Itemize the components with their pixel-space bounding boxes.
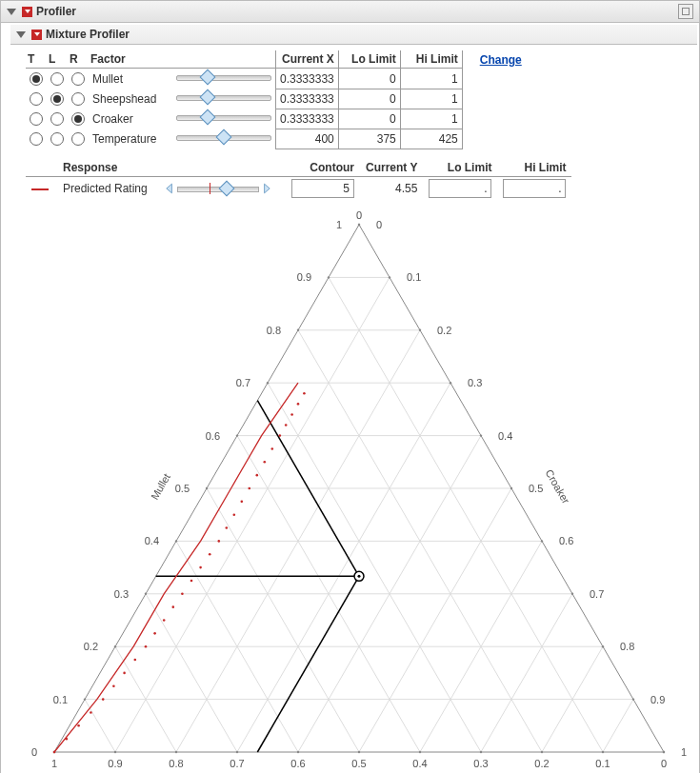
contour-dot xyxy=(153,632,156,635)
profiler-title: Profiler xyxy=(36,5,76,18)
factor-table: T L R Factor Current X Lo Limit Hi Limit… xyxy=(26,50,528,149)
tick-label: 0.9 xyxy=(108,758,122,769)
mixture-menu-icon[interactable] xyxy=(31,30,42,40)
profiler-menu-icon[interactable] xyxy=(22,7,32,17)
tick-mark xyxy=(602,751,604,753)
resp-col-lo: Lo Limit xyxy=(423,159,497,177)
tick-label: 0.8 xyxy=(267,325,281,336)
factor-lo[interactable]: 0 xyxy=(338,89,400,109)
radio-r[interactable] xyxy=(71,112,85,126)
contour-dot xyxy=(285,424,288,426)
radio-l[interactable] xyxy=(50,132,64,146)
tick-label: 0.1 xyxy=(53,693,68,704)
factor-current[interactable]: 400 xyxy=(276,129,339,149)
svg-marker-0 xyxy=(167,184,172,193)
ternary-plot[interactable]: 00.10.20.30.40.50.60.70.80.9100.10.20.30… xyxy=(26,206,690,773)
factor-slider[interactable] xyxy=(176,70,271,84)
tick-mark xyxy=(571,592,573,594)
factor-hi[interactable]: 425 xyxy=(400,129,462,149)
tick-label: 0 xyxy=(31,746,37,758)
tick-mark xyxy=(328,276,330,278)
contour-dot xyxy=(90,711,92,714)
factor-row: Temperature 400375425 xyxy=(26,129,528,149)
radio-l[interactable] xyxy=(50,112,64,126)
contour-value[interactable]: 5 xyxy=(291,179,354,198)
resp-lo[interactable]: . xyxy=(429,179,491,198)
factor-name: Temperature xyxy=(89,129,172,149)
radio-r[interactable] xyxy=(71,132,85,146)
factor-slider[interactable] xyxy=(176,110,271,124)
slider-thumb-icon[interactable] xyxy=(218,180,234,196)
factor-hi[interactable]: 1 xyxy=(400,89,462,109)
tick-label: 0.3 xyxy=(473,758,488,769)
tick-mark xyxy=(236,434,238,436)
resp-hi[interactable]: . xyxy=(503,179,566,198)
factor-hi[interactable]: 1 xyxy=(400,109,462,129)
factor-lo[interactable]: 375 xyxy=(338,129,400,149)
radio-t[interactable] xyxy=(30,92,43,106)
radio-r[interactable] xyxy=(71,92,85,106)
factor-lo[interactable]: 0 xyxy=(338,69,400,89)
radio-r[interactable] xyxy=(71,72,85,86)
tick-label: 1 xyxy=(51,758,57,769)
radio-l[interactable] xyxy=(50,72,64,86)
contour-dot xyxy=(102,698,105,701)
tick-label: 0.7 xyxy=(236,377,250,388)
tick-label: 0.1 xyxy=(407,271,421,283)
tick-mark xyxy=(541,751,543,753)
factor-lo[interactable]: 0 xyxy=(338,109,400,129)
tick-label: 0.9 xyxy=(650,693,665,704)
contour-dot xyxy=(172,605,175,608)
factor-current[interactable]: 0.3333333 xyxy=(276,69,339,89)
tick-mark xyxy=(236,751,238,753)
tick-mark xyxy=(84,698,86,700)
tick-mark xyxy=(480,434,482,436)
tick-label: 0.7 xyxy=(590,588,604,600)
slider-thumb-icon[interactable] xyxy=(216,129,232,146)
tick-label: 0.7 xyxy=(230,758,244,769)
radio-t[interactable] xyxy=(30,132,43,146)
radio-t[interactable] xyxy=(30,72,43,86)
contour-line xyxy=(54,383,298,752)
slider-increment-icon[interactable] xyxy=(261,180,272,197)
factor-current[interactable]: 0.3333333 xyxy=(276,109,339,129)
slider-thumb-icon[interactable] xyxy=(200,89,216,106)
contour-dot xyxy=(66,738,69,741)
tick-label: 0.9 xyxy=(297,271,311,283)
change-link[interactable]: Change xyxy=(465,53,522,67)
factor-slider[interactable] xyxy=(176,90,271,104)
slider-decrement-icon[interactable] xyxy=(164,180,175,197)
slider-tick xyxy=(210,183,210,194)
slider-thumb-icon[interactable] xyxy=(200,109,216,126)
factor-hi[interactable]: 1 xyxy=(400,69,462,89)
gridline xyxy=(268,383,481,752)
disclosure-toggle-inner[interactable] xyxy=(16,31,26,38)
contour-dot xyxy=(271,447,274,450)
tick-label: 0.6 xyxy=(206,429,220,441)
tick-mark xyxy=(297,328,299,330)
contour-slider[interactable] xyxy=(166,180,270,197)
radio-t[interactable] xyxy=(30,112,43,126)
factor-current[interactable]: 0.3333333 xyxy=(276,89,339,109)
tick-mark xyxy=(480,751,482,753)
tick-label: 0.4 xyxy=(412,758,427,769)
tick-mark xyxy=(175,540,177,542)
disclosure-toggle[interactable] xyxy=(7,9,16,15)
current-y-value: 4.55 xyxy=(360,176,423,200)
slider-thumb-icon[interactable] xyxy=(200,69,216,86)
radio-l[interactable] xyxy=(50,92,64,106)
tick-label: 1 xyxy=(681,746,687,758)
tick-mark xyxy=(450,382,451,384)
tick-mark xyxy=(206,487,208,489)
tick-mark xyxy=(419,751,421,753)
gridline xyxy=(237,383,450,752)
factor-slider[interactable] xyxy=(176,130,271,144)
tick-mark xyxy=(114,645,116,647)
profiler-panel: Profiler Mixture Profiler T L R Factor C… xyxy=(0,0,700,773)
tick-label: 1 xyxy=(336,219,342,230)
gridline xyxy=(603,699,633,751)
profiler-header: Profiler xyxy=(1,1,699,23)
tick-mark xyxy=(267,382,269,384)
popout-icon[interactable] xyxy=(678,4,693,19)
tick-mark xyxy=(297,751,299,753)
